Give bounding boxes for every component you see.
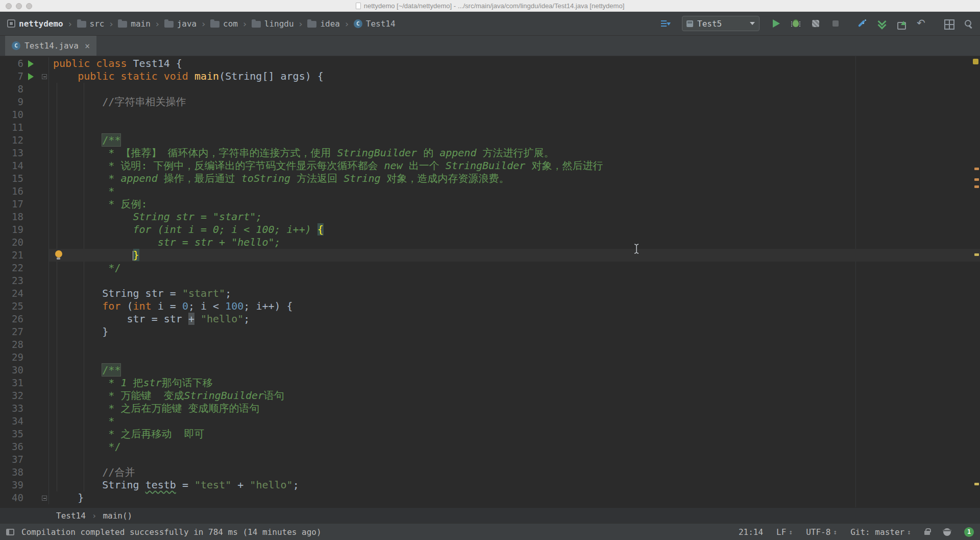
code-text[interactable]: for (int i = 0; i < 100; i++) { [49, 300, 980, 313]
cleanup-button[interactable] [855, 17, 868, 30]
breadcrumb-item-src[interactable]: src [77, 19, 105, 29]
code-text[interactable]: /** [49, 364, 980, 377]
line-number[interactable]: 17 [0, 198, 23, 210]
breadcrumb-item-com[interactable]: com [210, 19, 238, 29]
code-text[interactable]: } [49, 325, 980, 338]
code-text[interactable]: * append 操作，最后通过 toString 方法返回 String 对象… [49, 172, 980, 185]
code-text[interactable]: * 【推荐】 循环体内，字符串的连接方式，使用 StringBuilder 的 … [49, 147, 980, 159]
run-icon[interactable] [28, 73, 34, 80]
line-number[interactable]: 11 [0, 121, 23, 134]
line-number[interactable]: 32 [0, 389, 23, 402]
code-text[interactable]: //合并 [49, 466, 980, 479]
line-number[interactable]: 20 [0, 236, 23, 249]
line-number[interactable]: 29 [0, 351, 23, 364]
stripe-mark[interactable] [974, 483, 979, 485]
line-number[interactable]: 25 [0, 300, 23, 313]
line-number[interactable]: 10 [0, 108, 23, 121]
line-number[interactable]: 14 [0, 159, 23, 172]
line-number[interactable]: 7 [0, 70, 23, 83]
line-number[interactable]: 8 [0, 83, 23, 96]
line-number[interactable]: 30 [0, 364, 23, 377]
line-number[interactable]: 36 [0, 440, 23, 453]
notification-badge[interactable]: 1 [964, 527, 974, 537]
line-number[interactable]: 9 [0, 96, 23, 108]
stripe-mark[interactable] [974, 168, 979, 170]
lock-icon[interactable] [924, 531, 930, 535]
line-separator-widget[interactable]: LF [776, 527, 793, 537]
line-number[interactable]: 37 [0, 453, 23, 466]
sort-button[interactable] [659, 17, 672, 30]
line-number[interactable]: 18 [0, 210, 23, 223]
line-number[interactable]: 23 [0, 274, 23, 287]
code-text[interactable]: str = str + "hello"; [49, 313, 980, 325]
caret-position-widget[interactable]: 21:14 [739, 527, 763, 537]
line-number[interactable]: 12 [0, 134, 23, 147]
code-text[interactable]: * 说明: 下例中，反编译出的字节码文件显示每次循环都会 new 出一个 Str… [49, 159, 980, 172]
debug-button[interactable] [789, 17, 802, 30]
line-number[interactable]: 24 [0, 287, 23, 300]
run-config-select[interactable]: Test5 [682, 16, 760, 31]
code-text[interactable]: */ [49, 262, 980, 274]
git-branch-widget[interactable]: Git: master [850, 527, 911, 537]
code-text[interactable] [49, 453, 980, 466]
line-number[interactable]: 31 [0, 377, 23, 389]
code-text[interactable]: * 之后在万能键 变成顺序的语句 [49, 402, 980, 415]
code-text[interactable] [49, 351, 980, 364]
code-text[interactable]: * 万能键 变成StringBuilder语句 [49, 389, 980, 402]
vcs-update-button[interactable] [875, 17, 888, 30]
code-text[interactable]: } [49, 491, 980, 504]
breadcrumb-item-idea[interactable]: idea [307, 19, 340, 29]
line-number[interactable]: 19 [0, 223, 23, 236]
line-number[interactable]: 26 [0, 313, 23, 325]
code-text[interactable]: public static void main(String[] args) { [49, 70, 980, 83]
tool-grid-button[interactable] [942, 17, 955, 30]
breadcrumb-method[interactable]: main() [103, 511, 132, 521]
code-text[interactable]: */ [49, 440, 980, 453]
code-text[interactable]: str = str + "hello"; [49, 236, 980, 249]
breadcrumb-item-test14[interactable]: CTest14 [354, 19, 396, 29]
code-text[interactable]: //字符串相关操作 [49, 96, 980, 108]
search-everywhere-button[interactable] [962, 17, 975, 30]
breadcrumb-item-nettydemo[interactable]: nettydemo [7, 19, 63, 29]
vcs-push-button[interactable] [895, 17, 908, 30]
run-icon[interactable] [28, 60, 34, 67]
code-text[interactable] [49, 274, 980, 287]
code-text[interactable]: for (int i = 0; i < 100; i++) { [49, 223, 980, 236]
toolwindow-toggle-icon[interactable] [6, 529, 14, 535]
code-text[interactable]: * 之后再移动 即可 [49, 428, 980, 440]
breadcrumb-item-main[interactable]: main [118, 19, 151, 29]
code-text[interactable]: * [49, 415, 980, 428]
encoding-widget[interactable]: UTF-8 [806, 527, 837, 537]
line-number[interactable]: 21 [0, 249, 23, 262]
code-text[interactable] [49, 121, 980, 134]
line-number[interactable]: 35 [0, 428, 23, 440]
code-text[interactable]: * 反例: [49, 198, 980, 210]
line-number[interactable]: 39 [0, 479, 23, 491]
line-number[interactable]: 28 [0, 338, 23, 351]
tab-test14-java[interactable]: C Test14.java [5, 36, 96, 56]
line-number[interactable]: 13 [0, 147, 23, 159]
line-number[interactable]: 34 [0, 415, 23, 428]
undo-button[interactable] [915, 17, 928, 30]
stripe-mark[interactable] [974, 253, 979, 256]
close-icon[interactable] [85, 41, 90, 51]
code-text[interactable]: String str = "start"; [49, 210, 980, 223]
breadcrumb-item-lingdu[interactable]: lingdu [252, 19, 294, 29]
stripe-mark[interactable] [974, 178, 979, 181]
code-text[interactable]: * [49, 185, 980, 198]
line-number[interactable]: 33 [0, 402, 23, 415]
fold-icon[interactable] [42, 496, 47, 501]
line-number[interactable]: 22 [0, 262, 23, 274]
code-text[interactable]: String str = "start"; [49, 287, 980, 300]
code-text[interactable]: * 1 把str那句话下移 [49, 377, 980, 389]
coverage-button[interactable] [809, 17, 822, 30]
code-text[interactable]: String testb = "test" + "hello"; [49, 479, 980, 491]
line-number[interactable]: 27 [0, 325, 23, 338]
stripe-mark[interactable] [974, 185, 979, 188]
breadcrumb-item-java[interactable]: java [164, 19, 197, 29]
lightbulb-icon[interactable] [55, 250, 62, 257]
breadcrumb-file[interactable]: Test14 [56, 511, 86, 521]
code-text[interactable] [49, 83, 980, 96]
code-text[interactable] [49, 338, 980, 351]
inspections-widget[interactable] [973, 59, 978, 64]
